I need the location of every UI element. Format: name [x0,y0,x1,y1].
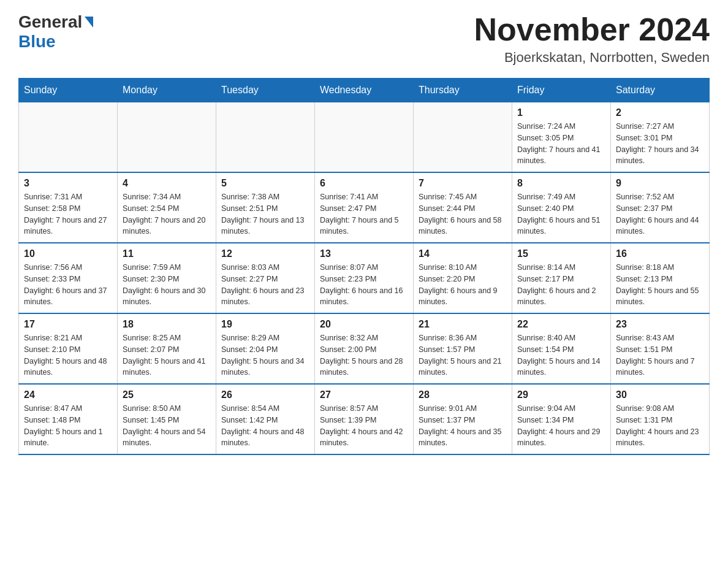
day-info: Sunrise: 8:36 AMSunset: 1:57 PMDaylight:… [419,332,507,378]
day-number: 27 [320,389,408,400]
day-info: Sunrise: 8:18 AMSunset: 2:13 PMDaylight:… [616,262,704,308]
day-number: 18 [123,319,211,330]
calendar-cell: 24Sunrise: 8:47 AMSunset: 1:48 PMDayligh… [19,384,118,454]
day-info: Sunrise: 7:31 AMSunset: 2:58 PMDaylight:… [24,191,112,237]
col-header-saturday: Saturday [611,79,710,102]
day-number: 4 [123,178,211,189]
day-info: Sunrise: 8:54 AMSunset: 1:42 PMDaylight:… [221,403,309,449]
calendar-cell [414,102,512,173]
calendar-cell: 7Sunrise: 7:45 AMSunset: 2:44 PMDaylight… [414,172,512,243]
day-number: 7 [419,178,507,189]
logo-blue-text: Blue [18,32,56,52]
calendar-week-5: 24Sunrise: 8:47 AMSunset: 1:48 PMDayligh… [19,384,710,454]
calendar-cell: 18Sunrise: 8:25 AMSunset: 2:07 PMDayligh… [118,313,216,384]
day-number: 5 [221,178,309,189]
day-number: 13 [320,248,408,259]
day-info: Sunrise: 8:03 AMSunset: 2:27 PMDaylight:… [221,262,309,308]
day-info: Sunrise: 7:34 AMSunset: 2:54 PMDaylight:… [123,191,211,237]
calendar-cell [315,102,414,173]
day-number: 24 [24,389,112,400]
day-info: Sunrise: 8:07 AMSunset: 2:23 PMDaylight:… [320,262,408,308]
calendar-week-1: 1Sunrise: 7:24 AMSunset: 3:05 PMDaylight… [19,102,710,173]
calendar-cell: 28Sunrise: 9:01 AMSunset: 1:37 PMDayligh… [414,384,512,454]
day-info: Sunrise: 8:14 AMSunset: 2:17 PMDaylight:… [517,262,605,308]
calendar-cell: 6Sunrise: 7:41 AMSunset: 2:47 PMDaylight… [315,172,414,243]
calendar-cell: 21Sunrise: 8:36 AMSunset: 1:57 PMDayligh… [414,313,512,384]
calendar-cell: 11Sunrise: 7:59 AMSunset: 2:30 PMDayligh… [118,243,216,313]
day-number: 26 [221,389,309,400]
day-number: 2 [616,107,704,118]
calendar-header: SundayMondayTuesdayWednesdayThursdayFrid… [19,79,710,102]
day-info: Sunrise: 7:49 AMSunset: 2:40 PMDaylight:… [517,191,605,237]
day-number: 22 [517,319,605,330]
calendar-cell: 9Sunrise: 7:52 AMSunset: 2:37 PMDaylight… [611,172,710,243]
day-info: Sunrise: 8:25 AMSunset: 2:07 PMDaylight:… [123,332,211,378]
calendar-cell: 2Sunrise: 7:27 AMSunset: 3:01 PMDaylight… [611,102,710,173]
calendar-cell: 27Sunrise: 8:57 AMSunset: 1:39 PMDayligh… [315,384,414,454]
day-number: 8 [517,178,605,189]
calendar-cell: 5Sunrise: 7:38 AMSunset: 2:51 PMDaylight… [216,172,315,243]
calendar-cell: 17Sunrise: 8:21 AMSunset: 2:10 PMDayligh… [19,313,118,384]
col-header-thursday: Thursday [414,79,512,102]
day-info: Sunrise: 8:29 AMSunset: 2:04 PMDaylight:… [221,332,309,378]
day-info: Sunrise: 7:59 AMSunset: 2:30 PMDaylight:… [123,262,211,308]
calendar-cell: 30Sunrise: 9:08 AMSunset: 1:31 PMDayligh… [611,384,710,454]
col-header-sunday: Sunday [19,79,118,102]
day-info: Sunrise: 8:10 AMSunset: 2:20 PMDaylight:… [419,262,507,308]
day-info: Sunrise: 9:01 AMSunset: 1:37 PMDaylight:… [419,403,507,449]
day-number: 6 [320,178,408,189]
day-number: 23 [616,319,704,330]
day-info: Sunrise: 8:21 AMSunset: 2:10 PMDaylight:… [24,332,112,378]
calendar-cell: 13Sunrise: 8:07 AMSunset: 2:23 PMDayligh… [315,243,414,313]
calendar-cell: 8Sunrise: 7:49 AMSunset: 2:40 PMDaylight… [512,172,611,243]
month-title: November 2024 [474,12,710,47]
title-block: November 2024 Bjoerkskatan, Norrbotten, … [474,12,710,66]
calendar-cell: 29Sunrise: 9:04 AMSunset: 1:34 PMDayligh… [512,384,611,454]
calendar-week-3: 10Sunrise: 7:56 AMSunset: 2:33 PMDayligh… [19,243,710,313]
day-info: Sunrise: 7:41 AMSunset: 2:47 PMDaylight:… [320,191,408,237]
day-number: 25 [123,389,211,400]
calendar-cell [19,102,118,173]
day-number: 17 [24,319,112,330]
calendar-cell: 10Sunrise: 7:56 AMSunset: 2:33 PMDayligh… [19,243,118,313]
calendar-cell: 4Sunrise: 7:34 AMSunset: 2:54 PMDaylight… [118,172,216,243]
logo: General Blue [18,12,93,52]
calendar-cell: 22Sunrise: 8:40 AMSunset: 1:54 PMDayligh… [512,313,611,384]
logo-triangle-icon [85,17,93,28]
day-number: 10 [24,248,112,259]
day-number: 12 [221,248,309,259]
calendar-cell: 19Sunrise: 8:29 AMSunset: 2:04 PMDayligh… [216,313,315,384]
day-number: 28 [419,389,507,400]
col-header-wednesday: Wednesday [315,79,414,102]
day-number: 20 [320,319,408,330]
calendar-cell: 14Sunrise: 8:10 AMSunset: 2:20 PMDayligh… [414,243,512,313]
calendar-cell: 15Sunrise: 8:14 AMSunset: 2:17 PMDayligh… [512,243,611,313]
day-info: Sunrise: 9:08 AMSunset: 1:31 PMDaylight:… [616,403,704,449]
day-number: 11 [123,248,211,259]
calendar-cell: 25Sunrise: 8:50 AMSunset: 1:45 PMDayligh… [118,384,216,454]
day-info: Sunrise: 7:27 AMSunset: 3:01 PMDaylight:… [616,121,704,167]
calendar-cell: 16Sunrise: 8:18 AMSunset: 2:13 PMDayligh… [611,243,710,313]
calendar-body: 1Sunrise: 7:24 AMSunset: 3:05 PMDaylight… [19,102,710,455]
day-info: Sunrise: 8:43 AMSunset: 1:51 PMDaylight:… [616,332,704,378]
calendar-cell: 26Sunrise: 8:54 AMSunset: 1:42 PMDayligh… [216,384,315,454]
day-info: Sunrise: 7:24 AMSunset: 3:05 PMDaylight:… [517,121,605,167]
day-number: 1 [517,107,605,118]
day-info: Sunrise: 8:40 AMSunset: 1:54 PMDaylight:… [517,332,605,378]
calendar-week-4: 17Sunrise: 8:21 AMSunset: 2:10 PMDayligh… [19,313,710,384]
day-info: Sunrise: 8:47 AMSunset: 1:48 PMDaylight:… [24,403,112,449]
calendar-cell: 20Sunrise: 8:32 AMSunset: 2:00 PMDayligh… [315,313,414,384]
header-row: SundayMondayTuesdayWednesdayThursdayFrid… [19,79,710,102]
calendar-cell [118,102,216,173]
day-info: Sunrise: 8:57 AMSunset: 1:39 PMDaylight:… [320,403,408,449]
location-text: Bjoerkskatan, Norrbotten, Sweden [474,50,710,66]
day-info: Sunrise: 7:52 AMSunset: 2:37 PMDaylight:… [616,191,704,237]
day-info: Sunrise: 8:50 AMSunset: 1:45 PMDaylight:… [123,403,211,449]
day-number: 29 [517,389,605,400]
col-header-monday: Monday [118,79,216,102]
calendar-cell [216,102,315,173]
day-number: 3 [24,178,112,189]
day-info: Sunrise: 9:04 AMSunset: 1:34 PMDaylight:… [517,403,605,449]
calendar-cell: 12Sunrise: 8:03 AMSunset: 2:27 PMDayligh… [216,243,315,313]
col-header-tuesday: Tuesday [216,79,315,102]
